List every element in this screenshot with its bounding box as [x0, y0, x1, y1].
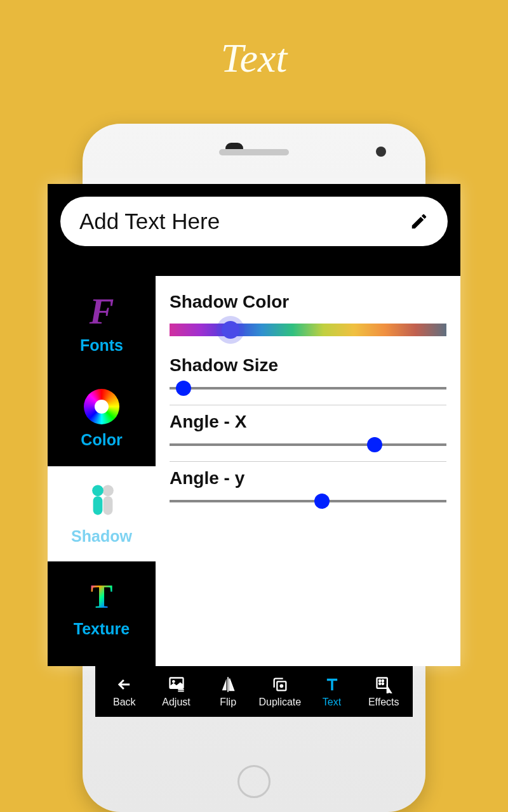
- pencil-icon[interactable]: [410, 212, 429, 231]
- bottom-label-text: Text: [323, 697, 341, 708]
- svg-point-10: [382, 680, 384, 681]
- sidebar: F Fonts Color Shadow T Texture: [48, 276, 156, 657]
- shadow-color-thumb[interactable]: [222, 321, 239, 339]
- texture-icon: T: [91, 580, 113, 613]
- angle-y-thumb[interactable]: [314, 494, 330, 509]
- bottom-toolbar: Back Adjust Flip Duplicate Text Effects: [95, 666, 413, 717]
- shadow-size-slider[interactable]: [170, 387, 446, 390]
- phone-speaker: [219, 149, 289, 155]
- sidebar-label-shadow: Shadow: [71, 527, 132, 546]
- fonts-icon: F: [90, 293, 114, 330]
- shadow-color-slider[interactable]: [170, 324, 446, 336]
- bottom-label-flip: Flip: [220, 697, 236, 708]
- bottom-label-adjust: Adjust: [162, 697, 190, 708]
- bottom-label-effects: Effects: [368, 697, 399, 708]
- color-wheel-icon: [84, 389, 119, 424]
- sidebar-label-texture: Texture: [74, 620, 130, 638]
- bottom-item-adjust[interactable]: Adjust: [150, 675, 203, 708]
- bottom-item-flip[interactable]: Flip: [202, 675, 254, 708]
- duplicate-icon: [271, 675, 290, 694]
- bottom-label-back: Back: [113, 697, 136, 708]
- sidebar-label-color: Color: [81, 431, 122, 449]
- svg-point-7: [280, 685, 283, 688]
- svg-point-9: [379, 680, 380, 681]
- divider: [170, 461, 446, 462]
- svg-point-11: [379, 683, 380, 684]
- svg-point-5: [172, 680, 175, 683]
- shadow-color-label: Shadow Color: [170, 292, 446, 312]
- svg-point-12: [382, 683, 384, 684]
- svg-rect-3: [93, 496, 103, 514]
- effects-icon: [374, 675, 393, 694]
- adjust-icon: [167, 675, 186, 694]
- home-button[interactable]: [237, 765, 271, 798]
- sidebar-item-shadow[interactable]: Shadow: [48, 466, 156, 561]
- sidebar-label-fonts: Fonts: [80, 336, 123, 355]
- text-input-placeholder: Add Text Here: [79, 209, 220, 234]
- angle-x-thumb[interactable]: [367, 437, 382, 452]
- angle-y-slider[interactable]: [170, 500, 446, 502]
- sidebar-item-color[interactable]: Color: [48, 371, 156, 466]
- text-icon: [323, 675, 342, 694]
- svg-point-2: [92, 485, 104, 496]
- sidebar-item-texture[interactable]: T Texture: [48, 561, 156, 657]
- shadow-size-label: Shadow Size: [170, 355, 446, 376]
- angle-x-label: Angle - X: [170, 412, 446, 432]
- page-title: Text: [0, 0, 508, 82]
- bottom-item-duplicate[interactable]: Duplicate: [254, 675, 306, 708]
- bottom-item-text[interactable]: Text: [306, 675, 358, 708]
- phone-camera: [376, 147, 386, 157]
- bottom-item-effects[interactable]: Effects: [358, 675, 410, 708]
- divider: [170, 405, 446, 405]
- shadow-icon: [83, 483, 121, 521]
- flip-icon: [218, 675, 237, 694]
- text-input-bar[interactable]: Add Text Here: [60, 197, 448, 246]
- sidebar-item-fonts[interactable]: F Fonts: [48, 276, 156, 371]
- shadow-settings-panel: Shadow Color Shadow Size Angle - X Angle…: [156, 276, 460, 666]
- bottom-label-duplicate: Duplicate: [259, 697, 302, 708]
- angle-x-slider[interactable]: [170, 443, 446, 446]
- shadow-size-thumb[interactable]: [176, 381, 191, 396]
- angle-y-label: Angle - y: [170, 468, 446, 488]
- bottom-item-back[interactable]: Back: [98, 675, 150, 708]
- back-icon: [115, 675, 134, 694]
- editor-panel: Add Text Here F Fonts Color: [48, 184, 460, 666]
